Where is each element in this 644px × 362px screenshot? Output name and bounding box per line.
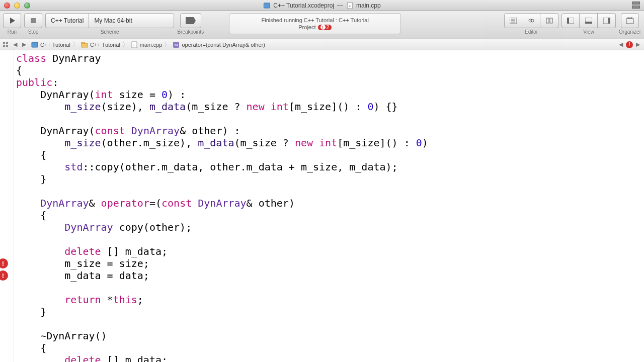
- code-line[interactable]: [16, 318, 644, 330]
- svg-rect-20: [626, 19, 633, 24]
- code-line[interactable]: ~DynArray(): [16, 330, 644, 342]
- svg-text:c: c: [133, 44, 135, 47]
- svg-rect-15: [567, 18, 569, 24]
- method-icon: M: [173, 41, 180, 48]
- svg-text:c: c: [349, 5, 351, 8]
- scheme-destination[interactable]: My Mac 64-bit: [89, 13, 174, 28]
- project-name-label: C++ Tutorial.xcodeproj: [273, 2, 334, 9]
- toggle-debug-button[interactable]: [580, 13, 598, 28]
- folder-icon: [81, 41, 88, 48]
- code-line[interactable]: public:: [16, 76, 644, 88]
- fullscreen-icon[interactable]: [632, 2, 640, 10]
- forward-button[interactable]: ▶: [20, 41, 28, 49]
- jump-bar-segment[interactable]: C++ Tutorial: [79, 41, 122, 48]
- code-line[interactable]: }: [16, 306, 644, 318]
- activity-viewer: Finished running C++ Tutorial : C++ Tuto…: [229, 13, 401, 34]
- code-line[interactable]: DynArray(int size = 0) :: [16, 88, 644, 101]
- related-items-button[interactable]: [2, 41, 10, 49]
- svg-rect-0: [264, 3, 270, 8]
- jump-bar-label: C++ Tutorial: [40, 42, 70, 48]
- zoom-window-button[interactable]: [24, 3, 30, 9]
- code-line[interactable]: DynArray(const DynArray& other) :: [16, 125, 644, 137]
- code-line[interactable]: [16, 233, 644, 245]
- window-title: C++ Tutorial.xcodeproj — c main.cpp: [263, 2, 380, 9]
- breakpoints-button[interactable]: [180, 13, 201, 28]
- code-line[interactable]: {: [16, 342, 644, 354]
- code-line[interactable]: }: [16, 173, 644, 185]
- jump-bar-segment[interactable]: cmain.cpp: [129, 41, 165, 48]
- organizer-label: Organizer: [619, 29, 641, 35]
- svg-marker-3: [10, 18, 15, 24]
- minimize-window-button[interactable]: [14, 3, 20, 9]
- svg-rect-24: [3, 45, 5, 47]
- cpp-icon: c: [131, 41, 138, 48]
- jump-bar-segment[interactable]: Moperator=(const DynArray& other): [171, 41, 267, 48]
- toggle-navigator-button[interactable]: [561, 13, 580, 28]
- code-line[interactable]: return *this;: [16, 294, 644, 306]
- gutter[interactable]: !!: [0, 50, 14, 362]
- next-issue-button[interactable]: ▶: [634, 41, 642, 49]
- editor-mode-selector[interactable]: [504, 13, 558, 28]
- xcodeproj-icon: [31, 41, 38, 48]
- issue-indicator-icon[interactable]: !: [626, 41, 633, 48]
- prev-issue-button[interactable]: ◀: [617, 41, 625, 49]
- code-line[interactable]: delete [] m_data;: [16, 354, 644, 362]
- code-line[interactable]: {: [16, 64, 644, 76]
- code-line[interactable]: std::copy(other.m_data, other.m_data + m…: [16, 161, 644, 173]
- svg-rect-22: [3, 42, 5, 44]
- toggle-utilities-button[interactable]: [598, 13, 616, 28]
- stop-button[interactable]: [24, 13, 42, 28]
- jump-bar-path[interactable]: C++ Tutorial〉C++ Tutorial〉cmain.cpp〉Mope…: [29, 40, 267, 49]
- close-window-button[interactable]: [4, 3, 10, 9]
- code-line[interactable]: {: [16, 149, 644, 161]
- version-editor-button[interactable]: [540, 13, 558, 28]
- view-label: View: [583, 29, 594, 35]
- error-count-badge[interactable]: 2: [318, 25, 332, 30]
- svg-rect-4: [31, 18, 36, 23]
- traffic-lights: [4, 3, 30, 9]
- code-line[interactable]: {: [16, 209, 644, 221]
- jump-bar: ◀ ▶ C++ Tutorial〉C++ Tutorial〉cmain.cpp〉…: [0, 39, 644, 50]
- source-editor[interactable]: class DynArray{public: DynArray(int size…: [14, 50, 644, 362]
- assistant-editor-button[interactable]: [522, 13, 540, 28]
- svg-rect-23: [6, 42, 8, 44]
- svg-rect-19: [608, 18, 610, 24]
- view-selector[interactable]: [561, 13, 616, 28]
- organizer-button[interactable]: [621, 13, 639, 28]
- code-line[interactable]: class DynArray: [16, 52, 644, 64]
- jump-bar-segment[interactable]: C++ Tutorial: [29, 41, 72, 48]
- run-button[interactable]: [3, 13, 21, 28]
- code-line[interactable]: m_data = data;: [16, 269, 644, 282]
- error-marker-icon[interactable]: !: [0, 258, 8, 268]
- error-marker-icon[interactable]: !: [0, 270, 8, 281]
- file-name-label: main.cpp: [356, 2, 381, 9]
- back-button[interactable]: ◀: [11, 41, 19, 49]
- standard-editor-button[interactable]: [504, 13, 522, 28]
- code-line[interactable]: m_size = size;: [16, 257, 644, 269]
- editor-label: Editor: [525, 29, 538, 35]
- scheme-label: Scheme: [101, 29, 119, 35]
- jump-bar-label: main.cpp: [140, 42, 163, 48]
- breakpoints-label: Breakpoints: [177, 29, 204, 35]
- jump-bar-label: operator=(const DynArray& other): [182, 42, 265, 48]
- scheme-target[interactable]: C++ Tutorial: [45, 13, 89, 28]
- run-label: Run: [8, 29, 17, 35]
- svg-rect-28: [82, 42, 85, 44]
- code-line[interactable]: DynArray& operator=(const DynArray& othe…: [16, 197, 644, 209]
- code-line[interactable]: [16, 185, 644, 197]
- toolbar: Run Stop C++ Tutorial My Mac 64-bit Sche…: [0, 11, 644, 39]
- title-separator: —: [337, 2, 343, 9]
- scheme-selector[interactable]: C++ Tutorial My Mac 64-bit: [45, 13, 174, 28]
- code-line[interactable]: m_size(other.m_size), m_data(m_size ? ne…: [16, 137, 644, 149]
- project-label: Project: [298, 24, 315, 30]
- svg-rect-26: [32, 42, 38, 47]
- code-line[interactable]: DynArray copy(other);: [16, 221, 644, 233]
- code-line[interactable]: delete [] m_data;: [16, 245, 644, 257]
- svg-rect-12: [546, 18, 549, 23]
- code-line[interactable]: [16, 282, 644, 294]
- status-text: Finished running C++ Tutorial : C++ Tuto…: [261, 17, 368, 23]
- code-line[interactable]: m_size(size), m_data(m_size ? new int[m_…: [16, 101, 644, 113]
- svg-marker-5: [186, 17, 196, 24]
- jump-bar-label: C++ Tutorial: [90, 42, 120, 48]
- code-line[interactable]: [16, 113, 644, 125]
